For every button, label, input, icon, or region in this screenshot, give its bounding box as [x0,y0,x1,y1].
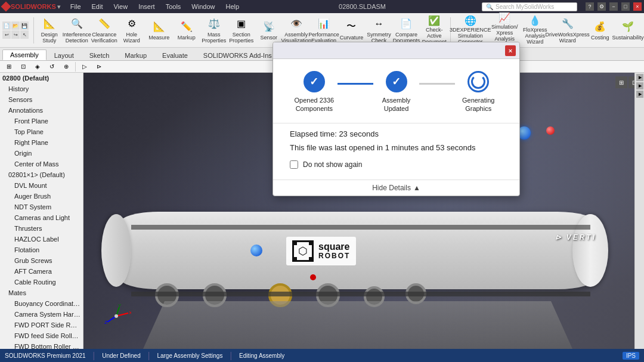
sidebar-item-front-plane[interactable]: Front Plane [0,116,83,126]
axis-indicator: X Y Z [101,301,131,331]
menu-help[interactable]: Help [222,0,243,13]
step-updated: ✓ Assembly Updated [373,71,420,113]
tool-curvature[interactable]: 〜 Curvature [338,15,364,46]
tool-assembly-viz[interactable]: 👁️ AssemblyVisualization [283,15,309,46]
tool-perf-eval[interactable]: 📊 PerformanceEvaluation [311,15,338,46]
new-btn[interactable]: 📄 [2,21,11,30]
view-btn-1[interactable]: ⊞ [615,76,627,88]
sidebar-item-right-plane[interactable]: Right Plane [0,137,83,148]
tool-sustainability[interactable]: 🌱 Sustainability [614,15,642,46]
search-bar[interactable]: 🔍 Search MySolidWorks [482,2,577,11]
help-btn[interactable]: ? [586,2,594,11]
tab-layout[interactable]: Layout [47,50,82,60]
sidebar-item-cameras-light[interactable]: Cameras and Light [0,212,83,223]
options-btn[interactable]: ⚙ [597,2,606,11]
sidebar-item-annotations[interactable]: Annotations [0,105,83,116]
dialog-close-button[interactable]: × [505,45,516,56]
mass-props-icon: ⚖️ [207,17,221,31]
svg-line-0 [116,313,128,316]
tool-3dexperience[interactable]: 🌐 3DEXPERIENCESimulationConnector [453,15,488,46]
tool-design-study[interactable]: 📐 DesignStudy [36,15,63,46]
tool-mass-props[interactable]: ⚖️ MassProperties [201,15,227,46]
tab-evaluate[interactable]: Evaluate [154,50,196,60]
sensor-icon: 📡 [262,20,276,34]
status-defined: Under Defined [102,352,140,359]
menu-insert[interactable]: Insert [135,0,159,13]
sidebar-item-mates[interactable]: Mates [0,287,83,298]
do-not-show-label: Do not show again [303,160,362,169]
sec-btn-4[interactable]: ↺ [45,62,58,71]
sidebar-item-auger-brush[interactable]: Auger Brush [0,191,83,202]
hide-details-button[interactable]: Hide Details ▲ [372,184,420,192]
save-btn[interactable]: 💾 [20,21,29,30]
tab-assembly[interactable]: Assembly [2,49,47,60]
tool-compare[interactable]: 📄 CompareDocuments [393,15,419,46]
tool-costing[interactable]: 💰 Costing [587,15,613,46]
sec-btn-7[interactable]: ⊳ [92,62,106,71]
sidebar-item-cable-routing[interactable]: Cable Routing [0,277,83,287]
sidebar-item-sensors[interactable]: Sensors [0,94,83,105]
tool-interference[interactable]: 🔍 InterferenceDetection [64,15,90,46]
sidebar-item-thrusters[interactable]: Thrusters [0,223,83,234]
right-btn-3[interactable]: ▶ [636,91,643,98]
sidebar-item-aft-camera[interactable]: AFT Camera [0,266,83,277]
sec-btn-1[interactable]: ⊞ [2,62,16,71]
sidebar-item-center-mass[interactable]: Center of Mass [0,159,83,169]
sidebar-item-history[interactable]: History [0,83,83,94]
redo-btn[interactable]: ↪ [11,30,20,39]
sidebar-item-hazloc-label[interactable]: HAZLOC Label [0,234,83,245]
right-btn-1[interactable]: ▶ [636,74,643,81]
tool-section[interactable]: ▣ SectionProperties [228,15,255,46]
sidebar-item-flotation[interactable]: Flotation [0,245,83,255]
tab-solidworks-addins[interactable]: SOLIDWORKS Add-Ins [196,50,280,60]
sidebar-item-02801[interactable]: 02801×1> (Default) [0,169,83,180]
sidebar-item-fwd-port[interactable]: FWD PORT Side Roller Hardware [0,320,83,330]
maximize-btn[interactable]: □ [621,2,630,11]
sidebar-item-buoyancy[interactable]: Buoyancy Coordinate System +X [0,298,83,309]
sidebar-item-top-plane[interactable]: Top Plane [0,126,83,137]
tool-markup[interactable]: ✏️ Markup [174,15,200,46]
sidebar-item-fwd-bottom[interactable]: FWD Bottom Roller Hardware [0,341,83,349]
tab-sketch[interactable]: Sketch [82,50,117,60]
menu-file[interactable]: File [67,0,85,13]
logo-box: ⬡ [292,240,314,262]
select-btn[interactable]: ↖ [20,30,29,39]
tab-markup[interactable]: Markup [117,50,154,60]
sidebar-item-origin[interactable]: Origin [0,148,83,159]
tool-sensor[interactable]: 📡 Sensor [256,15,282,46]
close-btn[interactable]: × [633,2,642,11]
menu-tools[interactable]: Tools [162,0,185,13]
tool-check-active[interactable]: ✅ Check-ActiveDocument [420,15,448,46]
open-btn[interactable]: 📂 [11,21,20,30]
tool-measure[interactable]: 📐 Measure [146,15,172,46]
tool-clearance[interactable]: 📏 ClearanceVerification [91,15,117,46]
sec-btn-5[interactable]: ⊕ [60,62,73,71]
sidebar-item-fwd-feed[interactable]: FWD feed Side Roller Hardware [0,330,83,341]
tool-floxpress[interactable]: 💧 FloXpressAnalysisWizard [522,15,548,46]
sidebar-root[interactable]: 02800 (Default) [0,73,83,83]
step-updated-label: Assembly Updated [373,96,420,113]
status-assembly-settings: Large Assembly Settings [157,352,222,359]
tool-hole-wizard[interactable]: ⚙ HoleWizard [119,15,145,46]
do-not-show-checkbox[interactable] [290,160,298,169]
tool-simulation[interactable]: 📈 Simulation/XpressAnalysis Wizard [489,15,521,46]
menu-window[interactable]: Window [188,0,218,13]
right-panel: ▶ ▶ ▶ [634,73,644,349]
minimize-btn[interactable]: − [609,2,618,11]
sidebar-item-grub-screws[interactable]: Grub Screws [0,255,83,266]
sec-btn-6[interactable]: ▷ [78,62,91,71]
step-connector-2 [419,83,455,85]
menu-edit[interactable]: Edit [88,0,107,13]
right-btn-2[interactable]: ▶ [636,82,643,89]
sidebar-item-camera-sys[interactable]: Camera System Hardware Patter [0,309,83,320]
menu-view[interactable]: View [110,0,131,13]
driveworks-icon: 🔧 [561,17,575,31]
sidebar-scroll[interactable]: 02800 (Default) History Sensors Annotati… [0,73,83,349]
sidebar-item-ndt-system[interactable]: NDT System [0,202,83,212]
sec-btn-2[interactable]: ⊡ [17,62,30,71]
tool-symmetry[interactable]: ↔ SymmetryCheck [366,15,392,46]
tool-driveworks[interactable]: 🔧 DriveWorksXpressWizard [549,15,586,46]
sidebar-item-dvl-mount[interactable]: DVL Mount [0,180,83,191]
sec-btn-3[interactable]: ◈ [31,62,44,71]
undo-btn[interactable]: ↩ [2,30,11,39]
